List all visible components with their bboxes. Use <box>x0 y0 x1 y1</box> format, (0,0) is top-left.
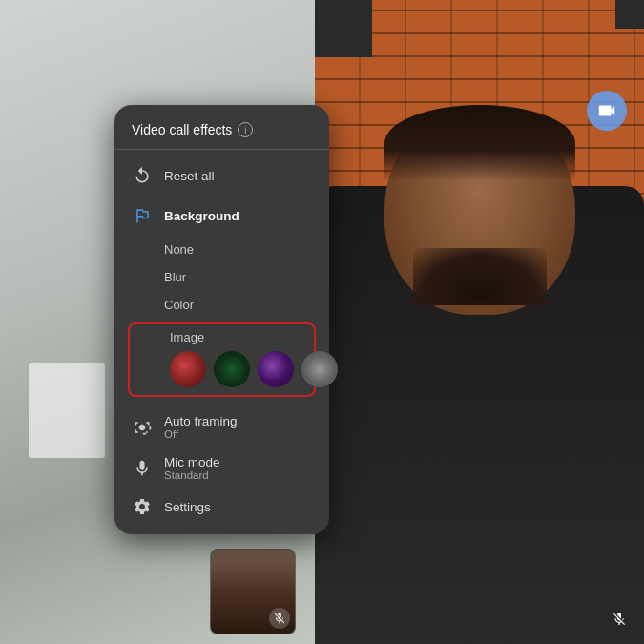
auto-framing-text: Auto framing Off <box>164 414 238 440</box>
settings-label: Settings <box>164 500 211 514</box>
mic-muted-small-icon <box>269 608 290 629</box>
panel-title: Video call effects i <box>114 122 329 149</box>
panel-title-text: Video call effects <box>132 122 232 137</box>
background-label: Background <box>164 209 239 223</box>
thumbnail-4[interactable] <box>301 351 338 387</box>
color-item[interactable]: Color <box>114 291 329 319</box>
small-thumbnail <box>210 549 296 634</box>
video-effects-panel: Video call effects i Reset all Backgroun… <box>114 105 329 534</box>
auto-framing-icon <box>132 417 153 438</box>
settings-item[interactable]: Settings <box>114 488 329 525</box>
thumbnail-1[interactable] <box>170 351 206 387</box>
image-section: Image <box>128 322 316 397</box>
corner-cutout-tr <box>615 0 644 29</box>
camera-button[interactable] <box>587 91 627 131</box>
blur-item[interactable]: Blur <box>114 263 329 291</box>
image-label[interactable]: Image <box>137 330 306 344</box>
thumbnail-3[interactable] <box>258 351 294 387</box>
auto-framing-item[interactable]: Auto framing Off <box>114 406 329 447</box>
auto-framing-sub: Off <box>164 428 238 440</box>
mic-mode-item[interactable]: Mic mode Standard <box>114 447 329 488</box>
panel-divider <box>114 149 329 150</box>
corner-cutout-tl <box>315 0 372 57</box>
reset-all-item[interactable]: Reset all <box>114 156 329 196</box>
person-beard <box>413 248 547 305</box>
none-label: None <box>164 242 194 257</box>
reset-icon <box>132 165 153 186</box>
mic-muted-right-icon <box>606 606 633 633</box>
none-item[interactable]: None <box>114 236 329 263</box>
image-thumbnails <box>137 351 306 387</box>
mic-mode-text: Mic mode Standard <box>164 455 220 481</box>
auto-framing-label: Auto framing <box>164 414 238 428</box>
mic-mode-label: Mic mode <box>164 455 220 469</box>
color-label: Color <box>164 298 194 312</box>
blur-label: Blur <box>164 270 186 284</box>
camera-icon <box>596 100 617 121</box>
person-hair <box>384 105 575 181</box>
mic-mode-sub: Standard <box>164 469 220 481</box>
background-icon <box>132 205 153 226</box>
background-item[interactable]: Background <box>114 196 329 236</box>
thumbnail-2[interactable] <box>214 351 250 387</box>
info-icon[interactable]: i <box>238 122 253 137</box>
wall-rectangle <box>29 363 105 458</box>
mic-mode-icon <box>132 458 153 479</box>
settings-icon <box>132 496 153 517</box>
reset-label: Reset all <box>164 169 215 183</box>
